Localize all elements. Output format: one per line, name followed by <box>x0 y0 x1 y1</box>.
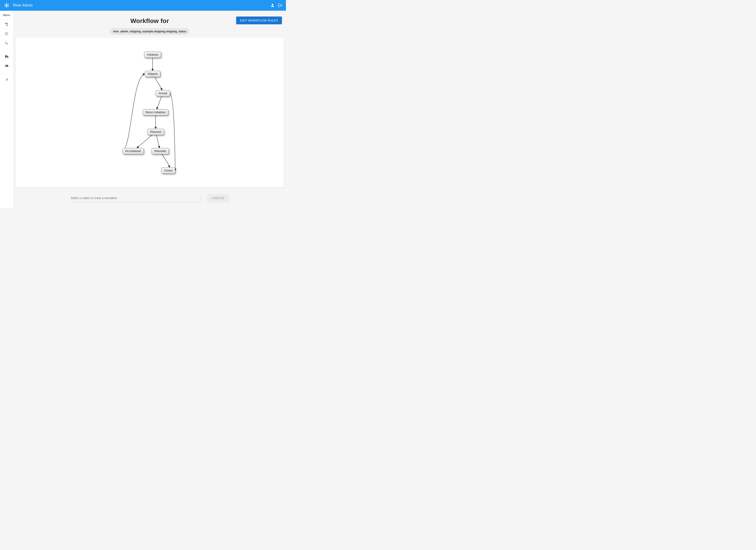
workflow-node-refunded[interactable]: Refunded <box>151 148 169 154</box>
edit-workflow-rules-button[interactable]: EDIT WORKFLOW RULES <box>236 17 282 24</box>
create-button[interactable]: CREATE <box>207 194 229 203</box>
workflow-canvas[interactable]: InitializedShippedArrivedReturn Initiali… <box>16 38 284 188</box>
page-title: Workflow for <box>130 17 169 25</box>
brand: River Admin <box>4 2 33 8</box>
sidebar-item-tickets[interactable] <box>0 61 13 71</box>
function-icon <box>5 41 9 45</box>
svg-rect-21 <box>6 66 7 67</box>
user-icon[interactable] <box>270 3 275 8</box>
sidebar-item-shipping[interactable] <box>0 52 13 61</box>
workflow-path-chip: river_admin_shipping_example.shipping.sh… <box>110 28 189 35</box>
state-select-input[interactable] <box>70 194 203 202</box>
sidebar-menu-label: Menu <box>0 11 13 20</box>
logout-icon[interactable] <box>278 3 282 8</box>
workflow-node-closed[interactable]: Closed <box>161 168 175 174</box>
chevron-double-right-icon <box>5 78 8 81</box>
sidebar: Menu <box>0 11 13 208</box>
state-select[interactable] <box>70 194 203 202</box>
brand-title: River Admin <box>13 3 33 7</box>
id-card-icon <box>5 64 9 68</box>
sidebar-item-functions[interactable] <box>0 38 13 48</box>
tag-outline-icon <box>5 32 9 36</box>
page-header: Workflow for EDIT WORKFLOW RULES <box>13 17 286 25</box>
create-transition-row: CREATE <box>13 194 286 203</box>
workflow-node-re-initialized[interactable]: Re-Initialized <box>122 148 144 154</box>
truck-icon <box>4 54 9 59</box>
main: Workflow for EDIT WORKFLOW RULES river_a… <box>13 11 286 208</box>
svg-point-17 <box>5 57 6 58</box>
svg-rect-19 <box>5 65 8 67</box>
svg-point-18 <box>7 57 8 58</box>
logo-hub-icon <box>4 2 10 8</box>
workflow-node-return-initialized[interactable]: Return Initialized <box>143 109 168 115</box>
sidebar-item-states[interactable] <box>0 29 13 38</box>
svg-rect-14 <box>5 23 6 24</box>
workflow-node-shipped[interactable]: Shipped <box>145 71 160 77</box>
svg-rect-16 <box>7 25 7 26</box>
workflow-graph: InitializedShippedArrivedReturn Initiali… <box>16 38 284 188</box>
workflow-node-arrived[interactable]: Arrived <box>156 90 170 96</box>
workflow-node-returned[interactable]: Returned <box>147 129 164 135</box>
caret-down-icon <box>199 197 202 200</box>
sidebar-expand[interactable] <box>0 75 13 84</box>
tree-icon <box>5 22 9 26</box>
svg-point-20 <box>6 65 6 66</box>
svg-rect-15 <box>7 23 7 24</box>
top-app-bar: River Admin <box>0 0 286 11</box>
workflow-node-initialized[interactable]: Initialized <box>144 52 161 58</box>
sidebar-item-workflows[interactable] <box>0 20 13 29</box>
top-actions <box>270 3 282 8</box>
